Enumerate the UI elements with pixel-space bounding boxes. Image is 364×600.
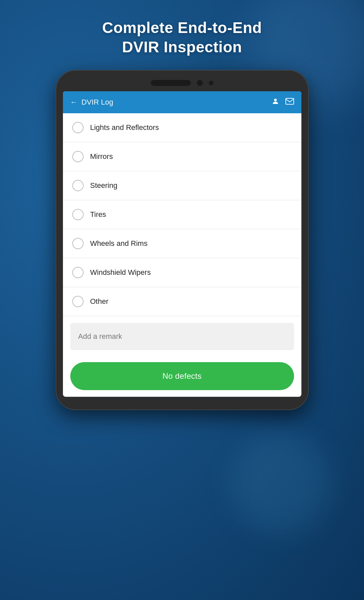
list-item[interactable]: Mirrors [63,142,301,171]
header-icons [271,97,294,107]
remark-section [63,316,301,357]
item-label-wipers: Windshield Wipers [90,268,151,277]
user-icon[interactable] [271,97,279,107]
page-title: Complete End-to-End DVIR Inspection [102,18,262,57]
remark-input[interactable] [70,323,294,350]
list-item[interactable]: Other [63,287,301,316]
back-button[interactable]: ← [70,98,78,107]
radio-wheels[interactable] [72,238,84,249]
no-defects-button[interactable]: No defects [70,362,294,390]
list-item[interactable]: Tires [63,200,301,229]
phone-speaker [151,80,191,86]
header-left: ← DVIR Log [70,98,113,107]
item-label-tires: Tires [90,210,106,219]
svg-rect-15 [286,98,294,104]
radio-other[interactable] [72,296,84,307]
header-title: DVIR Log [82,98,113,107]
phone-camera [197,80,203,86]
radio-lights[interactable] [72,122,84,133]
svg-point-14 [274,99,277,101]
radio-wipers[interactable] [72,267,84,278]
phone-screen: ← DVIR Log [63,91,301,397]
checklist: Lights and Reflectors Mirrors Steering T… [63,113,301,316]
item-label-other: Other [90,297,109,306]
radio-tires[interactable] [72,209,84,220]
radio-mirrors[interactable] [72,151,84,162]
list-item[interactable]: Wheels and Rims [63,229,301,258]
list-item[interactable]: Windshield Wipers [63,258,301,287]
mail-icon[interactable] [285,98,294,107]
item-label-mirrors: Mirrors [90,152,113,161]
item-label-wheels: Wheels and Rims [90,239,148,248]
list-item[interactable]: Steering [63,171,301,200]
item-label-steering: Steering [90,181,118,190]
item-label-lights: Lights and Reflectors [90,123,159,132]
radio-steering[interactable] [72,180,84,191]
phone-top-bar [63,80,301,86]
phone-camera-small [209,81,213,85]
phone-frame: ← DVIR Log [56,70,309,410]
app-header: ← DVIR Log [63,91,301,113]
list-item[interactable]: Lights and Reflectors [63,113,301,142]
